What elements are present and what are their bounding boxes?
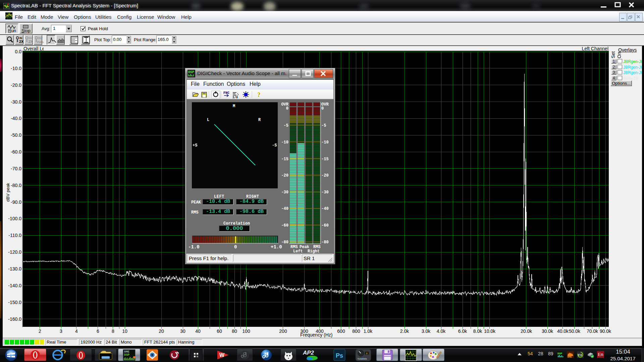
svg-text:AP2: AP2 xyxy=(303,350,314,356)
svg-text:DSP: DSP xyxy=(188,70,194,74)
svg-text:?: ? xyxy=(257,91,261,98)
svg-text:TotalMix: TotalMix xyxy=(357,357,367,360)
svg-text:0: 0 xyxy=(366,352,368,355)
svg-text:RME: RME xyxy=(568,356,572,358)
svg-text:W: W xyxy=(219,352,225,358)
svg-text:FULL: FULL xyxy=(37,41,44,44)
svg-text:FNC: FNC xyxy=(223,91,229,95)
svg-text:2X: 2X xyxy=(29,40,33,44)
svg-text:I/O: I/O xyxy=(232,96,238,99)
svg-text:DSP: DSP xyxy=(124,353,130,357)
svg-text:Ps: Ps xyxy=(336,352,343,359)
svg-text:DSP: DSP xyxy=(557,352,562,355)
svg-text:Set: Set xyxy=(610,51,616,58)
svg-text:OUT: OUT xyxy=(38,37,43,39)
svg-text:On: On xyxy=(616,52,622,58)
svg-text:OUT: OUT xyxy=(29,37,34,39)
svg-text:FX: FX xyxy=(578,353,582,357)
